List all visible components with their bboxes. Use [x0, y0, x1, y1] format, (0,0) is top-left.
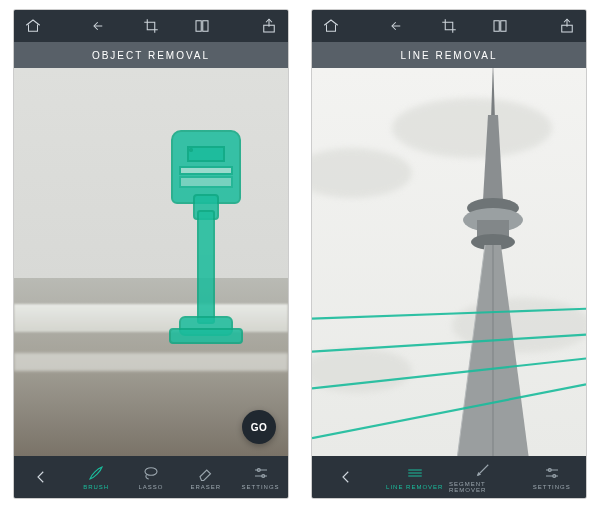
segment-remover-icon: [474, 461, 492, 479]
tool-line-remover[interactable]: LINE REMOVER: [381, 464, 450, 490]
photo-wave: [14, 353, 288, 371]
share-icon[interactable]: [260, 17, 278, 35]
lasso-icon: [142, 464, 160, 482]
sliders-icon: [252, 464, 270, 482]
edit-canvas[interactable]: [312, 68, 586, 456]
undo-icon[interactable]: [91, 17, 109, 35]
top-toolbar: [14, 10, 288, 42]
svg-line-16: [312, 384, 586, 438]
svg-line-13: [312, 309, 586, 319]
back-button[interactable]: [14, 468, 69, 486]
brush-icon: [87, 464, 105, 482]
sliders-icon: [543, 464, 561, 482]
photo-wave: [14, 304, 288, 332]
selection-mask: [165, 130, 245, 350]
svg-rect-0: [196, 21, 201, 32]
svg-rect-7: [501, 21, 506, 32]
eraser-icon: [197, 464, 215, 482]
svg-rect-1: [203, 21, 208, 32]
back-button[interactable]: [312, 468, 381, 486]
share-icon[interactable]: [558, 17, 576, 35]
svg-line-14: [312, 335, 586, 352]
screen-object-removal: OBJECT REMOVAL GO BRUSH: [14, 10, 288, 498]
go-button[interactable]: GO: [242, 410, 276, 444]
bottom-toolbar: LINE REMOVER SEGMENT REMOVER SETTINGS: [312, 456, 586, 498]
svg-rect-6: [494, 21, 499, 32]
home-icon[interactable]: [24, 17, 42, 35]
crop-icon[interactable]: [142, 17, 160, 35]
undo-icon[interactable]: [389, 17, 407, 35]
tool-segment-remover[interactable]: SEGMENT REMOVER: [449, 461, 518, 493]
svg-point-3: [145, 468, 157, 476]
svg-line-15: [312, 359, 586, 389]
mode-title: OBJECT REMOVAL: [14, 42, 288, 68]
bottom-toolbar: BRUSH LASSO ERASER SETTINGS: [14, 456, 288, 498]
tool-eraser[interactable]: ERASER: [178, 464, 233, 490]
compare-icon[interactable]: [193, 17, 211, 35]
tool-lasso[interactable]: LASSO: [124, 464, 179, 490]
tool-settings[interactable]: SETTINGS: [233, 464, 288, 490]
screen-line-removal: LINE REMOVAL: [312, 10, 586, 498]
tool-settings[interactable]: SETTINGS: [518, 464, 587, 490]
crop-icon[interactable]: [440, 17, 458, 35]
compare-icon[interactable]: [491, 17, 509, 35]
line-remover-icon: [406, 464, 424, 482]
detected-lines: [312, 68, 586, 456]
mode-title: LINE REMOVAL: [312, 42, 586, 68]
home-icon[interactable]: [322, 17, 340, 35]
tool-brush[interactable]: BRUSH: [69, 464, 124, 490]
edit-canvas[interactable]: GO: [14, 68, 288, 456]
top-toolbar: [312, 10, 586, 42]
